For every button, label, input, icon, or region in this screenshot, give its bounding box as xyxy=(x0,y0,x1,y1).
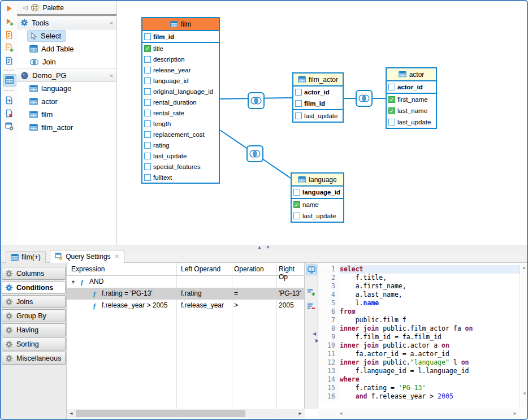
column-row-film_id[interactable]: film_id xyxy=(142,31,219,42)
palette-section-demo_pg[interactable]: Demo_PG« xyxy=(17,68,116,82)
table-header[interactable]: actor xyxy=(387,68,436,81)
sql-line[interactable]: 4 a.last_name, xyxy=(318,291,528,299)
sql-hscrollbar[interactable]: ◄ ► xyxy=(318,409,520,418)
remove-expression-icon[interactable] xyxy=(306,301,317,312)
column-checkbox[interactable] xyxy=(144,33,151,40)
column-row-rental_duration[interactable]: rental_duration xyxy=(142,97,219,107)
sql-line[interactable]: 8inner join public.film_actor fa on xyxy=(318,324,528,333)
column-checkbox[interactable] xyxy=(388,119,395,125)
grid-hscrollbar[interactable]: ◄ ► xyxy=(67,409,305,418)
sql-line[interactable]: 3 a.first_name, xyxy=(318,282,528,291)
inner-join-icon[interactable] xyxy=(246,145,263,162)
sql-line[interactable]: 6from xyxy=(318,308,528,316)
grid-column-header[interactable]: Operation xyxy=(234,265,264,273)
column-row-length[interactable]: length xyxy=(142,118,219,129)
sql-vscrollbar[interactable]: ▲ ▼ xyxy=(520,263,528,409)
sql-line[interactable]: 13 f.language_id = l.language_id xyxy=(318,367,528,375)
column-row-actor_id[interactable]: actor_id xyxy=(387,81,436,93)
column-row-film_id[interactable]: film_id xyxy=(293,98,343,109)
palette-item-film_actor[interactable]: film_actor xyxy=(25,121,116,134)
palette-item-add-table[interactable]: Add Table xyxy=(25,42,116,55)
column-row-name[interactable]: ✓name xyxy=(292,199,343,210)
tab-query-settings[interactable]: Query Settings✕ xyxy=(50,250,124,263)
column-checkbox[interactable]: ✓ xyxy=(293,201,300,208)
column-checkbox[interactable]: ✓ xyxy=(388,107,395,114)
column-row-replacement_cost[interactable]: replacement_cost xyxy=(142,129,219,140)
column-checkbox[interactable] xyxy=(144,131,151,138)
column-checkbox[interactable] xyxy=(293,189,300,196)
column-row-last_update[interactable]: last_update xyxy=(142,150,219,161)
column-checkbox[interactable] xyxy=(144,142,151,149)
column-checkbox[interactable] xyxy=(295,100,302,107)
pin-icon[interactable]: « xyxy=(110,72,113,79)
add-expression-icon[interactable] xyxy=(306,287,317,298)
scroll-right-icon[interactable]: ► xyxy=(296,411,305,416)
table-film[interactable]: filmfilm_id✓titledescriptionrelease_year… xyxy=(141,17,220,184)
column-checkbox[interactable]: ✓ xyxy=(388,96,395,103)
sql-line[interactable]: 7 public.film f xyxy=(318,316,528,324)
sql-line[interactable]: 14where xyxy=(318,375,528,384)
scroll-thumb[interactable] xyxy=(76,410,245,417)
column-checkbox[interactable] xyxy=(144,67,151,73)
column-checkbox[interactable] xyxy=(144,120,151,127)
scroll-up-icon[interactable]: ▲ xyxy=(520,263,528,270)
section-button-sorting[interactable]: Sorting xyxy=(2,337,66,350)
column-row-original_language_id[interactable]: original_language_id xyxy=(142,86,219,97)
scroll-left-icon[interactable]: ◄ xyxy=(336,411,345,416)
column-checkbox[interactable] xyxy=(144,110,151,116)
section-button-miscellaneous[interactable]: Miscellaneous xyxy=(2,352,66,365)
section-button-columns[interactable]: Columns xyxy=(2,267,66,280)
condition-row[interactable]: ƒf.rating = 'PG-13'f.rating='PG-13' xyxy=(67,288,304,300)
pin-icon[interactable]: « xyxy=(110,19,113,26)
execute-new-script-icon[interactable] xyxy=(3,42,15,53)
query-builder-icon[interactable] xyxy=(3,74,16,86)
table-actor[interactable]: actoractor_id✓first_name✓last_namelast_u… xyxy=(386,67,437,129)
sql-line[interactable]: 11 fa.actor_id = a.actor_id xyxy=(318,350,528,358)
sql-line[interactable]: 15 f.rating = 'PG-13' xyxy=(318,384,528,392)
column-checkbox[interactable] xyxy=(144,153,151,159)
sql-preview-editor[interactable]: 1select2 f.title,3 a.first_name,4 a.last… xyxy=(318,263,528,409)
close-tab-icon[interactable]: ✕ xyxy=(115,253,119,259)
column-row-language_id[interactable]: language_id xyxy=(142,75,219,86)
palette-section-tools[interactable]: Tools« xyxy=(17,16,116,29)
column-row-rating[interactable]: rating xyxy=(142,140,219,150)
inner-join-icon[interactable] xyxy=(356,90,373,107)
table-film-actor[interactable]: film_actoractor_idfilm_idlast_update xyxy=(292,72,344,123)
collapse-palette-icon[interactable]: ◁ xyxy=(23,4,27,11)
conditions-grid[interactable]: ExpressionLeft OperandOperationRight Op … xyxy=(67,263,305,409)
column-row-last_name[interactable]: ✓last_name xyxy=(387,105,436,116)
column-row-special_features[interactable]: special_features xyxy=(142,161,219,172)
splitter-up-icon[interactable]: ▲ xyxy=(257,245,262,250)
section-button-conditions[interactable]: Conditions xyxy=(2,281,66,294)
tab-film-[interactable]: film(+) xyxy=(6,251,46,263)
column-checkbox[interactable] xyxy=(144,99,151,106)
chevron-down-icon[interactable]: ▼ xyxy=(71,279,76,285)
sql-line[interactable]: 16 and f.release_year > 2005 xyxy=(318,392,528,401)
palette-item-select[interactable]: Select xyxy=(25,29,116,42)
inner-join-icon[interactable] xyxy=(248,92,265,109)
column-row-language_id[interactable]: language_id xyxy=(292,187,343,198)
column-row-first_name[interactable]: ✓first_name xyxy=(387,94,436,105)
column-row-rental_rate[interactable]: rental_rate xyxy=(142,107,219,118)
scroll-left-icon[interactable]: ◄ xyxy=(67,411,76,416)
section-button-group-by[interactable]: Group By xyxy=(2,309,66,322)
column-checkbox[interactable] xyxy=(295,89,302,96)
column-checkbox[interactable] xyxy=(388,84,395,90)
grid-column-header[interactable]: Expression xyxy=(71,265,105,273)
condition-row[interactable]: ƒf.release_year > 2005f.release_year>200… xyxy=(67,300,304,311)
palette-item-actor[interactable]: actor xyxy=(25,95,116,108)
column-checkbox[interactable] xyxy=(144,88,151,95)
column-checkbox[interactable]: ✓ xyxy=(144,45,151,52)
column-row-fulltext[interactable]: fulltext xyxy=(142,172,219,183)
expression-root-row[interactable]: ▼ƒAND xyxy=(67,276,304,288)
sql-line[interactable]: 10inner join public.actor a on xyxy=(318,341,528,350)
explain-plan-icon[interactable] xyxy=(3,55,15,66)
palette-item-join[interactable]: Join xyxy=(25,55,116,68)
table-header[interactable]: film_actor xyxy=(293,73,343,86)
preview-panel-icon[interactable] xyxy=(306,265,317,275)
run-icon[interactable] xyxy=(3,3,15,14)
sql-line[interactable]: 5 l.name xyxy=(318,299,528,308)
table-header[interactable]: language xyxy=(292,174,343,187)
scroll-right-icon[interactable]: ► xyxy=(510,411,520,416)
column-checkbox[interactable] xyxy=(144,163,151,170)
